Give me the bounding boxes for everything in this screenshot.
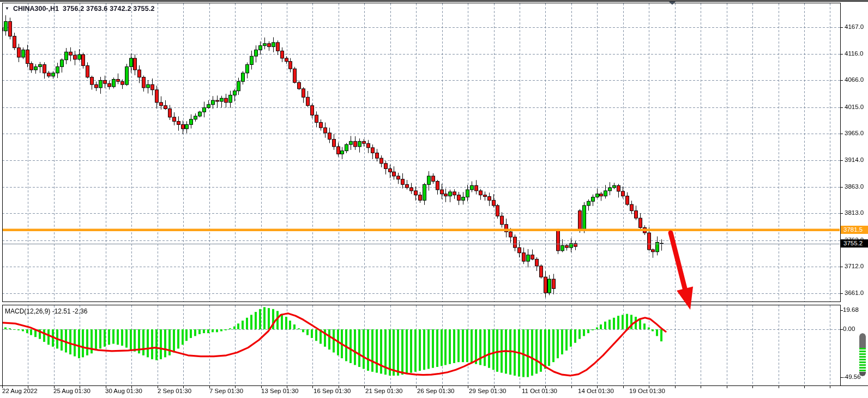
time-axis-label: 13 Sep 01:30 (261, 388, 298, 394)
price-axis-label: 3965.0 (845, 130, 864, 136)
macd-axis-label: 0.00 (843, 325, 855, 332)
price-axis-label: 4015.0 (845, 104, 864, 110)
price-axis-label: 4066.0 (845, 76, 864, 83)
scroll-indicator-stripes (859, 348, 866, 372)
chart-title: ▼ CHINA300-,H1 3756.2 3763.6 3742.2 3755… (5, 5, 155, 13)
price-axis-label: 3813.0 (845, 209, 864, 216)
time-axis-label: 25 Aug 01:30 (53, 388, 91, 394)
macd-indicator-label: MACD(12,26,9) -12.51 -2.36 (5, 307, 87, 315)
price-axis-label: 4116.0 (845, 50, 863, 57)
ohlc-values: 3756.2 3763.6 3742.2 3755.2 (63, 5, 155, 13)
time-axis-label: 26 Sep 01:30 (417, 388, 454, 394)
time-axis-label: 16 Sep 01:30 (314, 388, 351, 394)
macd-axis-label: 19.68 (843, 306, 859, 313)
price-axis-label: 3661.0 (845, 290, 864, 296)
price-axis-label: 4167.0 (845, 23, 864, 30)
orange-level-price-tag: 3781.5 (841, 226, 868, 234)
time-axis-label: 11 Oct 01:30 (522, 388, 557, 394)
price-axis-label: 3863.0 (845, 183, 864, 190)
symbol-timeframe-label: CHINA300-,H1 (13, 5, 59, 13)
scroll-indicator[interactable] (859, 333, 866, 376)
time-axis-label: 30 Aug 01:30 (105, 388, 142, 394)
time-axis-label: 2 Sep 01:30 (158, 388, 191, 394)
current-price-tag: 3755.2 (841, 239, 868, 248)
price-chart-canvas[interactable] (0, 0, 868, 398)
time-axis-label: 19 Oct 01:30 (629, 388, 665, 394)
price-axis-label: 3914.0 (845, 156, 864, 163)
time-axis-label: 7 Sep 01:30 (209, 388, 243, 394)
scroll-indicator-handle[interactable] (859, 333, 866, 348)
macd-axis-label: -49.56 (843, 373, 861, 380)
symbol-dropdown-icon[interactable]: ▼ (5, 6, 9, 11)
time-axis-label: 22 Aug 2022 (2, 388, 38, 394)
price-axis-label: 3712.0 (845, 263, 864, 269)
time-axis-label: 29 Sep 01:30 (469, 388, 506, 394)
time-axis-label: 14 Oct 01:30 (578, 388, 614, 394)
trading-chart-window: { "window": { "symbol_text": "CHINA300-,… (0, 0, 868, 398)
time-axis-label: 21 Sep 01:30 (365, 388, 402, 394)
